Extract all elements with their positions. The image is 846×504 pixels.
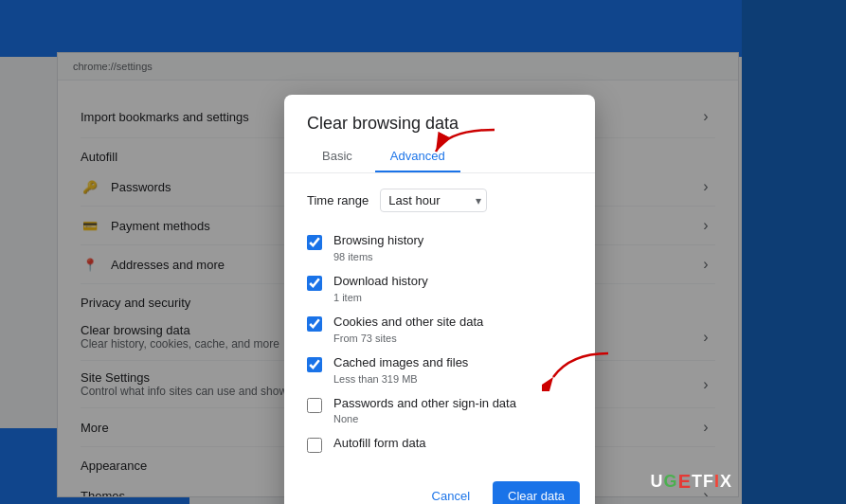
cached-text: Cached images and files: [333, 355, 468, 371]
time-range-label: Time range: [307, 193, 369, 207]
watermark-g: G: [664, 472, 678, 492]
cookies-checkbox[interactable]: [307, 316, 322, 332]
passwords-dialog-sub: None: [333, 413, 516, 424]
watermark-t: T: [692, 472, 703, 492]
autofill-row: Autofill form data: [307, 430, 572, 459]
browsing-history-row: Browsing history 98 items: [307, 227, 572, 268]
dialog-title: Clear browsing data: [284, 95, 595, 141]
passwords-dialog-label[interactable]: Passwords and other sign-in data None: [333, 396, 516, 425]
download-history-text: Download history: [333, 274, 428, 290]
download-history-row: Download history 1 item: [307, 268, 572, 309]
browsing-history-sub: 98 items: [333, 251, 423, 262]
watermark-f: F: [703, 472, 714, 492]
cookies-row: Cookies and other site data From 73 site…: [307, 309, 572, 350]
tab-basic[interactable]: Basic: [307, 141, 368, 172]
dialog-body: Time range Last hour Last 24 hours Last …: [284, 173, 595, 474]
dialog-footer: Cancel Clear data: [284, 474, 595, 504]
browsing-history-text: Browsing history: [333, 233, 423, 249]
browsing-history-label[interactable]: Browsing history 98 items: [333, 233, 423, 262]
watermark-bar: E: [678, 471, 692, 493]
time-range-select-wrapper[interactable]: Last hour Last 24 hours Last 7 days Last…: [380, 189, 487, 212]
download-history-checkbox[interactable]: [307, 276, 322, 291]
dialog-tabs: Basic Advanced: [284, 141, 595, 173]
watermark: U G E T F I X: [651, 471, 732, 493]
cookies-text: Cookies and other site data: [333, 315, 483, 331]
autofill-label[interactable]: Autofill form data: [333, 436, 426, 452]
cached-sub: Less than 319 MB: [333, 373, 468, 385]
cached-row: Cached images and files Less than 319 MB: [307, 350, 572, 390]
cached-checkbox[interactable]: [307, 357, 322, 372]
watermark-x: X: [720, 472, 732, 492]
tab-advanced[interactable]: Advanced: [375, 141, 460, 172]
autofill-checkbox[interactable]: [307, 438, 322, 453]
time-range-row: Time range Last hour Last 24 hours Last …: [307, 189, 572, 212]
browsing-history-checkbox[interactable]: [307, 235, 322, 250]
cookies-label[interactable]: Cookies and other site data From 73 site…: [333, 315, 483, 344]
cookies-sub: From 73 sites: [333, 333, 483, 344]
passwords-dialog-text: Passwords and other sign-in data: [333, 396, 516, 412]
autofill-text: Autofill form data: [333, 436, 426, 452]
cancel-button[interactable]: Cancel: [417, 481, 485, 504]
download-history-label[interactable]: Download history 1 item: [333, 274, 428, 303]
time-range-select[interactable]: Last hour Last 24 hours Last 7 days Last…: [380, 189, 487, 212]
passwords-row-dialog: Passwords and other sign-in data None: [307, 390, 572, 431]
cached-label[interactable]: Cached images and files Less than 319 MB: [333, 355, 468, 385]
clear-browsing-dialog: Clear browsing data Basic Advanced Time …: [284, 95, 595, 504]
download-history-sub: 1 item: [333, 292, 428, 303]
passwords-dialog-checkbox[interactable]: [307, 398, 322, 413]
watermark-u: U: [651, 472, 664, 492]
clear-data-button[interactable]: Clear data: [493, 481, 580, 504]
